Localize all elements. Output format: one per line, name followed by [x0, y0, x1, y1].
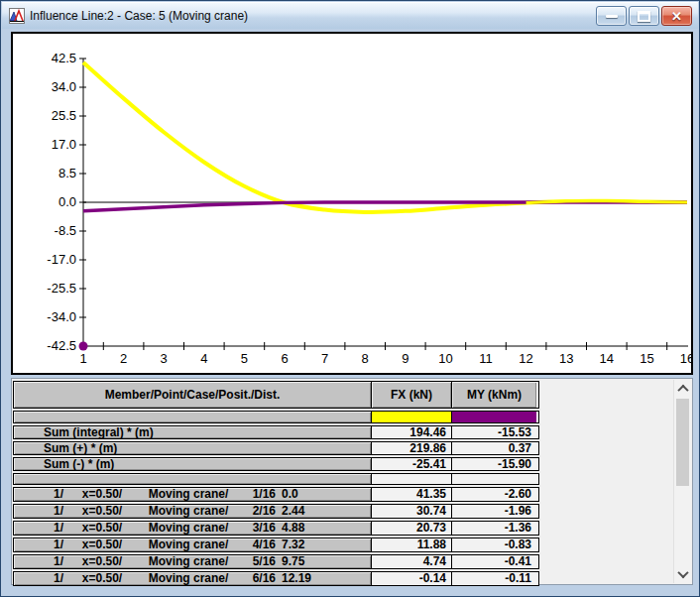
- row-label-part: 9.75: [282, 555, 371, 568]
- fx-value-cell[interactable]: 194.46: [371, 426, 451, 438]
- fx-value-cell[interactable]: -25.41: [371, 458, 451, 470]
- my-color-swatch[interactable]: [451, 412, 536, 422]
- table-row[interactable]: 1/x=0.50/Moving crane/6/1612.19-0.14-0.1…: [13, 571, 539, 586]
- table-header-row[interactable]: Member/Point/Case/Posit./Dist.FX (kN)MY …: [13, 381, 539, 409]
- vertical-scrollbar[interactable]: [673, 380, 691, 583]
- sum-row[interactable]: Sum (integral) * (m)194.46-15.53: [13, 425, 539, 439]
- series-color-row[interactable]: [13, 411, 539, 423]
- x-tick-label: 12: [519, 351, 532, 366]
- x-tick-label: 7: [321, 351, 328, 366]
- x-tick-label: 14: [600, 351, 614, 366]
- table-row[interactable]: 1/x=0.50/Moving crane/3/164.8820.73-1.36: [13, 521, 539, 536]
- fx-value-cell[interactable]: [371, 474, 451, 484]
- fx-value-cell[interactable]: 30.74: [371, 505, 451, 518]
- row-label-part: Moving crane/: [141, 572, 236, 585]
- chevron-down-icon: [677, 567, 688, 578]
- table-row[interactable]: 1/x=0.50/Moving crane/5/169.754.74-0.41: [13, 554, 539, 569]
- row-label-cell[interactable]: 1/x=0.50/Moving crane/1/160.0: [14, 488, 371, 501]
- row-label-part: Moving crane/: [141, 522, 236, 535]
- fx-influence-curve: [83, 62, 687, 212]
- row-label-part: x=0.50/: [69, 555, 135, 568]
- table-row[interactable]: 1/x=0.50/Moving crane/1/160.041.35-2.60: [13, 487, 539, 502]
- window-title: Influence Line:2 - Case: 5 (Moving crane…: [30, 9, 248, 23]
- row-label-cell[interactable]: 1/x=0.50/Moving crane/5/169.75: [14, 555, 371, 568]
- row-label-part: 1/: [24, 572, 63, 585]
- row-label-part: 7.32: [282, 538, 371, 551]
- influence-line-window: Influence Line:2 - Case: 5 (Moving crane…: [0, 0, 700, 597]
- row-label-part: x=0.50/: [69, 505, 135, 518]
- title-bar[interactable]: Influence Line:2 - Case: 5 (Moving crane…: [2, 2, 698, 29]
- scrollbar-up-button[interactable]: [674, 381, 691, 397]
- minimize-icon: [606, 15, 618, 18]
- row-label-part: Moving crane/: [141, 555, 236, 568]
- row-label-cell[interactable]: 1/x=0.50/Moving crane/2/162.44: [14, 505, 371, 518]
- sum-row[interactable]: Sum (+) * (m)219.860.37: [13, 441, 539, 455]
- column-header-fx[interactable]: FX (kN): [371, 382, 451, 408]
- row-label-part: 1/: [24, 488, 63, 501]
- table-row[interactable]: 1/x=0.50/Moving crane/2/162.4430.74-1.96: [13, 504, 539, 519]
- row-label-part: Moving crane/: [141, 505, 236, 518]
- row-label-cell[interactable]: Sum (+) * (m): [14, 442, 371, 454]
- x-tick-label: 5: [241, 351, 248, 366]
- fx-value-cell[interactable]: -0.14: [371, 572, 451, 585]
- row-label-part: 1/: [24, 555, 63, 568]
- column-header-my[interactable]: MY (kNm): [451, 382, 536, 408]
- my-value-cell[interactable]: -2.60: [451, 488, 536, 501]
- row-label-part: 4/16: [242, 538, 276, 551]
- y-tick-label: -25.5: [47, 281, 76, 296]
- fx-value-cell[interactable]: 41.35: [371, 488, 451, 501]
- my-value-cell[interactable]: -15.53: [451, 426, 536, 438]
- row-label-part: x=0.50/: [69, 488, 135, 501]
- my-value-cell[interactable]: -0.11: [451, 572, 536, 585]
- x-tick-label: 2: [120, 351, 127, 366]
- my-value-cell[interactable]: [451, 474, 536, 484]
- row-label-cell[interactable]: 1/x=0.50/Moving crane/4/167.32: [14, 538, 371, 551]
- y-tick-label: 17.0: [52, 137, 76, 152]
- results-pane: Member/Point/Case/Posit./Dist.FX (kN)MY …: [11, 378, 693, 585]
- row-label-part: 2.44: [282, 505, 371, 518]
- minimize-button[interactable]: [596, 6, 627, 26]
- maximize-button[interactable]: [629, 6, 659, 26]
- x-tick-label: 9: [402, 351, 408, 366]
- fx-value-cell[interactable]: 20.73: [371, 522, 451, 535]
- row-label-part: x=0.50/: [69, 538, 135, 551]
- influence-line-chart-panel: 42.534.025.517.08.50.0-8.5-17.0-25.5-34.…: [11, 32, 693, 375]
- my-value-cell[interactable]: -15.90: [451, 458, 536, 470]
- row-label-cell[interactable]: [14, 474, 371, 484]
- fx-value-cell[interactable]: 219.86: [371, 442, 451, 454]
- y-tick-label: 34.0: [52, 79, 76, 94]
- x-tick-label: 15: [640, 351, 653, 366]
- my-value-cell[interactable]: -1.96: [451, 505, 536, 518]
- x-tick-label: 10: [438, 351, 452, 366]
- window-controls: ✕: [594, 6, 692, 26]
- y-tick-label: -42.5: [47, 338, 76, 353]
- y-tick-label: -17.0: [47, 252, 76, 267]
- close-button[interactable]: ✕: [661, 6, 692, 26]
- series-color-label-cell[interactable]: [14, 412, 371, 422]
- table-row[interactable]: 1/x=0.50/Moving crane/4/167.3211.88-0.83: [13, 537, 539, 552]
- fx-value-cell[interactable]: 4.74: [371, 555, 451, 568]
- my-value-cell[interactable]: -1.36: [451, 522, 536, 535]
- column-header-member[interactable]: Member/Point/Case/Posit./Dist.: [14, 382, 371, 408]
- y-tick-label: 25.5: [52, 108, 76, 123]
- y-tick-label: -8.5: [55, 223, 76, 238]
- row-label-part: 1/16: [242, 488, 276, 501]
- row-label-cell[interactable]: 1/x=0.50/Moving crane/6/1612.19: [14, 572, 371, 585]
- row-label-cell[interactable]: 1/x=0.50/Moving crane/3/164.88: [14, 522, 371, 535]
- scrollbar-down-button[interactable]: [674, 566, 691, 582]
- spacer-row[interactable]: [13, 473, 539, 485]
- row-label-cell[interactable]: Sum (-) * (m): [14, 458, 371, 470]
- row-label-part: 2/16: [242, 505, 276, 518]
- my-value-cell[interactable]: -0.83: [451, 538, 536, 551]
- scrollbar-thumb[interactable]: [676, 399, 689, 486]
- row-label-part: 1/: [24, 538, 63, 551]
- sum-row[interactable]: Sum (-) * (m)-25.41-15.90: [13, 457, 539, 471]
- my-value-cell[interactable]: 0.37: [451, 442, 536, 454]
- fx-color-swatch[interactable]: [371, 412, 451, 422]
- my-value-cell[interactable]: -0.41: [451, 555, 536, 568]
- fx-value-cell[interactable]: 11.88: [371, 538, 451, 551]
- row-label-cell[interactable]: Sum (integral) * (m): [14, 426, 371, 438]
- influence-line-chart: 42.534.025.517.08.50.0-8.5-17.0-25.5-34.…: [13, 34, 691, 373]
- chevron-up-icon: [677, 385, 688, 396]
- close-icon: ✕: [671, 10, 682, 23]
